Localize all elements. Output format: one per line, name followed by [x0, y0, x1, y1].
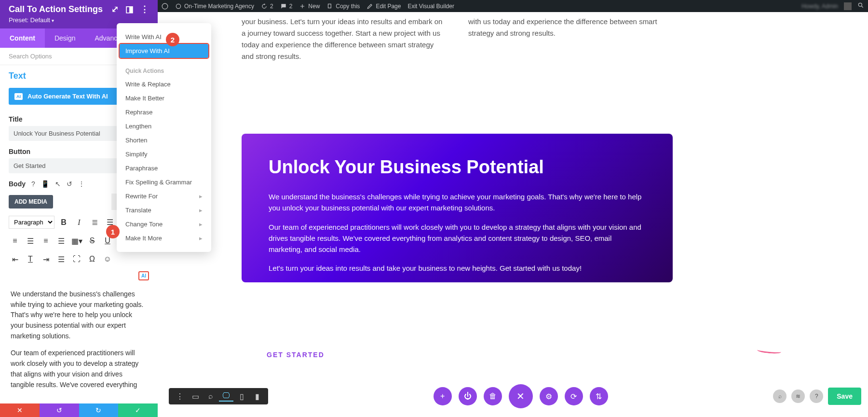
bb-menu-icon[interactable]: ⋮	[173, 391, 187, 402]
ai-translate[interactable]: Translate	[117, 203, 211, 217]
cta-paragraph-2: Our team of experienced practitioners wi…	[269, 222, 646, 255]
site-name[interactable]: On-Time Marketing Agency	[175, 3, 254, 10]
page-preview: your business. Let's turn your ideas int…	[158, 12, 868, 417]
paragraph-select[interactable]: Paragraph	[9, 216, 54, 229]
undo-button[interactable]: ↺	[40, 403, 79, 417]
new-button[interactable]: New	[299, 3, 320, 10]
ai-make-better[interactable]: Make It Better	[117, 91, 211, 105]
body-editor[interactable]: We understand the business's challenges …	[0, 280, 158, 405]
trash-button[interactable]: 🗑	[484, 387, 502, 405]
menu-icon[interactable]: ⋮	[140, 4, 149, 14]
search-icon[interactable]	[857, 2, 864, 10]
ai-badge-icon: AI	[14, 93, 23, 100]
exit-visual-builder[interactable]: Exit Visual Builder	[407, 3, 454, 10]
clear-format-button[interactable]: T	[24, 253, 37, 265]
align-left-button[interactable]: ≡	[9, 235, 21, 247]
callout-1: 1	[106, 225, 120, 238]
confirm-button[interactable]: ✓	[118, 403, 158, 417]
body-label: Body	[9, 180, 26, 188]
phone-view-icon[interactable]: ▮	[250, 391, 264, 402]
cta-heading: Unlock Your Business Potential	[269, 157, 646, 178]
tab-content[interactable]: Content	[0, 28, 45, 48]
strikethrough-button[interactable]: S	[86, 235, 98, 247]
callout-2: 2	[166, 33, 179, 46]
indent-right-button[interactable]: ⇥	[40, 253, 52, 265]
ai-change-tone[interactable]: Change Tone	[117, 217, 211, 231]
expand-icon[interactable]: ⤢	[111, 4, 119, 14]
save-button[interactable]: Save	[828, 388, 861, 405]
add-button[interactable]: +	[434, 387, 452, 405]
find-button[interactable]: ⌕	[773, 389, 787, 403]
svg-point-2	[858, 3, 862, 6]
reset-icon[interactable]: ↺	[67, 180, 72, 188]
redo-button[interactable]: ↻	[79, 403, 119, 417]
comments-icon[interactable]: 2	[280, 3, 293, 10]
improve-with-ai[interactable]: Improve With AI	[120, 44, 208, 58]
ai-dropdown: Write With AI Improve With AI Quick Acti…	[117, 23, 211, 252]
tablet-view-icon[interactable]: ▯	[234, 391, 249, 402]
tablet-icon[interactable]: 📱	[41, 180, 49, 188]
edit-page[interactable]: Edit Page	[366, 3, 401, 10]
settings-button[interactable]: ⚙	[540, 387, 558, 405]
cancel-button[interactable]: ✕	[0, 403, 40, 417]
special-char-button[interactable]: Ω	[86, 253, 98, 265]
builder-right-actions: ⌕ ≋ ? Save	[773, 388, 861, 405]
write-with-ai[interactable]: Write With AI	[117, 30, 211, 44]
ai-fix-spelling[interactable]: Fix Spelling & Grammar	[117, 175, 211, 189]
wp-logo-icon[interactable]	[162, 3, 168, 10]
help-icon[interactable]: ?	[31, 180, 35, 188]
ai-paraphrase[interactable]: Paraphrase	[117, 161, 211, 175]
updates-icon[interactable]: 2	[261, 3, 273, 10]
desktop-icon[interactable]: 🖵	[219, 391, 233, 402]
text-fragment-right: with us today and experience the differe…	[468, 16, 676, 39]
layers-button[interactable]: ≋	[791, 389, 805, 403]
hover-icon[interactable]: ↖	[55, 180, 61, 188]
svg-rect-1	[328, 4, 331, 8]
panel-title: Call To Action Settings	[9, 4, 103, 14]
ai-make-more[interactable]: Make It More	[117, 231, 211, 245]
decorative-swoosh	[757, 348, 782, 354]
copy-this[interactable]: Copy this	[326, 3, 360, 10]
outdent-button[interactable]: ⇤	[9, 253, 21, 265]
history-button[interactable]: ⟳	[565, 387, 583, 405]
add-media-button[interactable]: ADD MEDIA	[9, 195, 53, 208]
responsive-controls: ⋮ ▭ ⌕ 🖵 ▯ ▮	[169, 388, 268, 404]
ai-trigger-button[interactable]: AI	[138, 271, 149, 280]
power-button[interactable]: ⏻	[459, 387, 477, 405]
zoom-icon[interactable]: ⌕	[203, 391, 218, 402]
fullscreen-button[interactable]: ⛶	[70, 253, 83, 265]
bullet-list-button[interactable]: ≣	[88, 216, 101, 229]
avatar[interactable]	[844, 2, 852, 10]
close-builder-button[interactable]: ✕	[509, 384, 533, 408]
align-right-button[interactable]: ≡	[40, 235, 52, 247]
panel-actions: ✕ ↺ ↻ ✓	[0, 403, 158, 417]
svg-point-0	[162, 3, 168, 9]
snap-icon[interactable]: ◨	[125, 4, 134, 14]
builder-bottom-bar: ⋮ ▭ ⌕ 🖵 ▯ ▮ + ⏻ 🗑 ✕ ⚙ ⟳ ⇅ ⌕ ≋ ? Save	[169, 384, 861, 408]
ai-simplify[interactable]: Simplify	[117, 147, 211, 161]
ai-rephrase[interactable]: Rephrase	[117, 105, 211, 119]
align-center-button[interactable]: ☰	[24, 235, 37, 247]
ai-shorten[interactable]: Shorten	[117, 133, 211, 147]
ai-rewrite-for[interactable]: Rewrite For	[117, 189, 211, 203]
preset-selector[interactable]: Preset: Default	[9, 16, 149, 24]
text-fragment-left: your business. Let's turn your ideas int…	[242, 16, 444, 62]
indent-button[interactable]: ☰	[55, 253, 68, 265]
cta-paragraph-1: We understand the business's challenges …	[269, 191, 646, 214]
user-greeting[interactable]: Howdy, Admin	[801, 3, 838, 10]
sort-button[interactable]: ⇅	[590, 387, 608, 405]
bold-button[interactable]: B	[57, 216, 70, 229]
italic-button[interactable]: I	[73, 216, 85, 229]
cta-card[interactable]: Unlock Your Business Potential We unders…	[242, 134, 673, 282]
more-icon[interactable]: ⋮	[78, 180, 85, 188]
table-button[interactable]: ▦▾	[70, 235, 83, 247]
ai-write-replace[interactable]: Write & Replace	[117, 77, 211, 91]
help-button[interactable]: ?	[810, 389, 823, 403]
justify-button[interactable]: ☰	[55, 235, 68, 247]
ai-lengthen[interactable]: Lengthen	[117, 119, 211, 133]
emoji-button[interactable]: ☺	[101, 253, 114, 265]
builder-actions: + ⏻ 🗑 ✕ ⚙ ⟳ ⇅	[434, 384, 608, 408]
tab-design[interactable]: Design	[45, 28, 85, 48]
wireframe-icon[interactable]: ▭	[188, 391, 203, 402]
get-started-link[interactable]: GET STARTED	[267, 351, 325, 359]
